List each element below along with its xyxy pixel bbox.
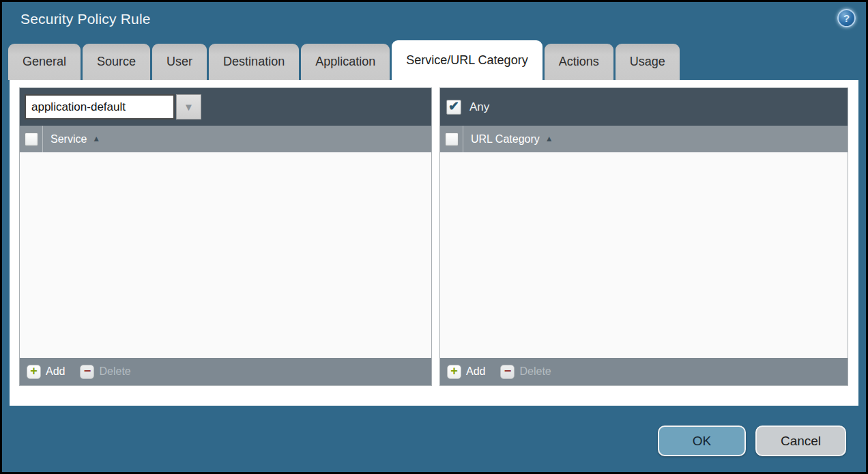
url-category-panel-toolbar: ✔ Any xyxy=(440,88,848,126)
security-policy-rule-dialog: Security Policy Rule ? General Source Us… xyxy=(0,0,868,474)
url-category-add-button[interactable]: + Add xyxy=(447,365,485,379)
url-category-column-header[interactable]: URL Category ▲ xyxy=(463,126,553,152)
url-category-column-header-label: URL Category xyxy=(471,133,540,145)
url-category-column-header-row: URL Category ▲ xyxy=(440,126,848,152)
ok-button[interactable]: OK xyxy=(658,426,746,456)
tab-label: Usage xyxy=(630,55,665,69)
tab-label: Service/URL Category xyxy=(406,53,527,68)
dialog-title: Security Policy Rule xyxy=(20,11,151,27)
url-category-list xyxy=(440,152,848,358)
tab-source[interactable]: Source xyxy=(83,44,150,80)
ok-button-label: OK xyxy=(693,434,711,449)
service-add-button[interactable]: + Add xyxy=(27,365,65,379)
service-type-input[interactable] xyxy=(25,94,175,120)
delete-minus-icon: − xyxy=(500,365,515,379)
service-panel-toolbar: ▼ xyxy=(20,88,431,126)
tab-actions[interactable]: Actions xyxy=(545,44,613,80)
tab-service-url-category[interactable]: Service/URL Category xyxy=(392,40,542,80)
service-column-header-row: Service ▲ xyxy=(20,126,431,152)
dialog-titlebar: Security Policy Rule xyxy=(20,11,151,27)
help-button[interactable]: ? xyxy=(837,9,856,27)
service-panel: ▼ Service ▲ + Add − xyxy=(19,87,432,386)
url-category-delete-label: Delete xyxy=(519,365,551,378)
url-category-panel-footer: + Add − Delete xyxy=(440,358,848,385)
add-plus-icon: + xyxy=(27,365,41,379)
tab-destination[interactable]: Destination xyxy=(209,44,299,80)
tab-user[interactable]: User xyxy=(152,44,207,80)
service-column-header-label: Service xyxy=(50,133,87,145)
tab-label: Source xyxy=(97,55,136,69)
tab-label: Application xyxy=(315,55,375,69)
sort-ascending-icon: ▲ xyxy=(92,134,100,143)
tab-label: Actions xyxy=(559,55,599,69)
cancel-button[interactable]: Cancel xyxy=(755,426,846,456)
help-icon: ? xyxy=(843,12,850,24)
minus-glyph: − xyxy=(84,365,91,377)
service-panel-footer: + Add − Delete xyxy=(20,358,431,385)
chevron-down-icon: ▼ xyxy=(184,101,194,113)
tab-label: Destination xyxy=(223,55,285,69)
service-type-dropdown: ▼ xyxy=(25,94,201,120)
tab-bar: General Source User Destination Applicat… xyxy=(8,40,680,80)
plus-glyph: + xyxy=(450,365,458,377)
service-select-all-cell xyxy=(20,126,43,152)
service-type-dropdown-button[interactable]: ▼ xyxy=(176,94,201,120)
service-column-header[interactable]: Service ▲ xyxy=(43,126,100,152)
any-checkbox-label: Any xyxy=(469,100,489,114)
checkmark-icon: ✔ xyxy=(448,100,459,113)
url-category-panel: ✔ Any URL Category ▲ + Add xyxy=(439,87,848,386)
url-category-select-all-cell xyxy=(440,126,463,152)
url-category-select-all-checkbox[interactable] xyxy=(445,133,459,146)
sort-ascending-icon: ▲ xyxy=(545,134,553,143)
service-add-label: Add xyxy=(46,365,65,378)
tab-label: User xyxy=(167,55,192,69)
delete-minus-icon: − xyxy=(80,365,94,379)
cancel-button-label: Cancel xyxy=(781,434,821,449)
tab-usage[interactable]: Usage xyxy=(616,44,680,80)
plus-glyph: + xyxy=(30,365,38,377)
service-select-all-checkbox[interactable] xyxy=(25,133,38,146)
service-delete-label: Delete xyxy=(99,365,130,378)
minus-glyph: − xyxy=(504,365,512,377)
service-list xyxy=(20,152,431,358)
service-delete-button[interactable]: − Delete xyxy=(80,365,130,379)
tab-content-service-url-category: ▼ Service ▲ + Add − xyxy=(10,80,858,406)
tab-general[interactable]: General xyxy=(8,44,81,80)
tab-label: General xyxy=(23,55,66,69)
tab-application[interactable]: Application xyxy=(301,44,390,80)
dialog-action-buttons: OK Cancel xyxy=(658,426,846,456)
any-checkbox[interactable]: ✔ xyxy=(446,100,461,115)
url-category-delete-button[interactable]: − Delete xyxy=(500,365,551,379)
add-plus-icon: + xyxy=(447,365,461,379)
url-category-add-label: Add xyxy=(466,365,485,378)
any-checkbox-row: ✔ Any xyxy=(445,100,489,115)
